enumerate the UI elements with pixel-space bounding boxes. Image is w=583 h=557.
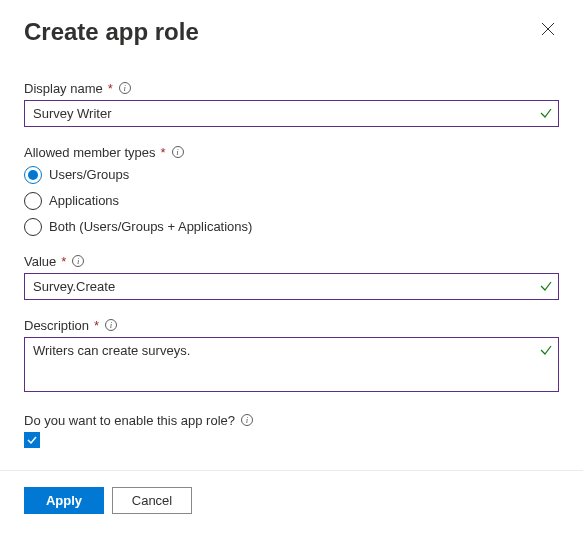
close-icon — [541, 22, 555, 36]
info-icon[interactable]: i — [172, 146, 184, 158]
display-name-field: Display name * i — [24, 81, 559, 127]
required-indicator: * — [108, 81, 113, 96]
radio-label: Both (Users/Groups + Applications) — [49, 219, 252, 234]
radio-input[interactable] — [24, 166, 42, 184]
info-icon[interactable]: i — [72, 255, 84, 267]
info-icon[interactable]: i — [119, 82, 131, 94]
member-types-radio-group: Users/Groups Applications Both (Users/Gr… — [24, 166, 559, 236]
radio-users-groups[interactable]: Users/Groups — [24, 166, 559, 184]
radio-input[interactable] — [24, 192, 42, 210]
value-field: Value * i — [24, 254, 559, 300]
radio-input[interactable] — [24, 218, 42, 236]
info-icon[interactable]: i — [105, 319, 117, 331]
radio-label: Users/Groups — [49, 167, 129, 182]
description-input-wrap — [24, 337, 559, 395]
value-input[interactable] — [24, 273, 559, 300]
panel-footer: Apply Cancel — [0, 471, 583, 532]
member-types-label: Allowed member types * i — [24, 145, 559, 160]
display-name-input-wrap — [24, 100, 559, 127]
panel-title: Create app role — [24, 18, 199, 47]
required-indicator: * — [94, 318, 99, 333]
valid-icon — [539, 343, 553, 357]
radio-applications[interactable]: Applications — [24, 192, 559, 210]
description-field: Description * i — [24, 318, 559, 395]
radio-label: Applications — [49, 193, 119, 208]
description-input[interactable] — [24, 337, 559, 392]
valid-icon — [539, 279, 553, 293]
valid-icon — [539, 106, 553, 120]
apply-button[interactable]: Apply — [24, 487, 104, 514]
label-text: Display name — [24, 81, 103, 96]
panel-header: Create app role — [24, 18, 559, 47]
member-types-field: Allowed member types * i Users/Groups Ap… — [24, 145, 559, 236]
required-indicator: * — [61, 254, 66, 269]
info-icon[interactable]: i — [241, 414, 253, 426]
check-icon — [26, 434, 38, 446]
label-text: Allowed member types — [24, 145, 156, 160]
display-name-input[interactable] — [24, 100, 559, 127]
value-input-wrap — [24, 273, 559, 300]
close-button[interactable] — [537, 18, 559, 40]
enable-label: Do you want to enable this app role? i — [24, 413, 559, 428]
label-text: Value — [24, 254, 56, 269]
display-name-label: Display name * i — [24, 81, 559, 96]
enable-checkbox[interactable] — [24, 432, 40, 448]
value-label: Value * i — [24, 254, 559, 269]
label-text: Description — [24, 318, 89, 333]
cancel-button[interactable]: Cancel — [112, 487, 192, 514]
description-label: Description * i — [24, 318, 559, 333]
create-app-role-panel: Create app role Display name * i Allowed… — [0, 0, 583, 448]
enable-field: Do you want to enable this app role? i — [24, 413, 559, 448]
required-indicator: * — [161, 145, 166, 160]
label-text: Do you want to enable this app role? — [24, 413, 235, 428]
radio-both[interactable]: Both (Users/Groups + Applications) — [24, 218, 559, 236]
